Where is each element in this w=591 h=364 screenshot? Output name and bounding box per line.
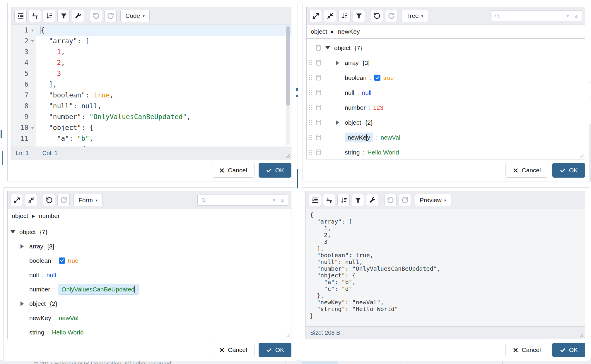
search-prev-icon[interactable]: ▲ — [574, 13, 579, 18]
drag-handle-icon[interactable] — [308, 149, 315, 155]
node-name[interactable]: array — [345, 59, 359, 66]
drag-handle-icon[interactable] — [308, 134, 315, 140]
mode-switcher-button[interactable]: Code ▾ — [120, 10, 150, 22]
expand-node-icon[interactable] — [21, 301, 29, 306]
expand-node-icon[interactable] — [336, 120, 345, 125]
drag-handle-icon[interactable] — [308, 119, 315, 126]
node-value[interactable]: null — [362, 89, 372, 96]
undo-icon[interactable] — [371, 10, 383, 22]
compact-icon[interactable] — [323, 194, 335, 206]
search-input[interactable] — [209, 197, 269, 204]
background-fragment — [296, 95, 298, 97]
node-value[interactable]: Hello World — [52, 329, 83, 336]
node-value[interactable]: OnlyValuesCanBeUpdated — [58, 284, 139, 295]
format-icon[interactable] — [14, 10, 27, 22]
scrollbar-thumb[interactable] — [286, 26, 290, 106]
fold-toggle-icon[interactable] — [31, 30, 34, 32]
sort-icon[interactable] — [337, 194, 350, 206]
format-icon[interactable] — [309, 194, 321, 206]
node-value[interactable]: newVal — [381, 134, 400, 141]
node-value[interactable]: 123 — [373, 104, 383, 111]
drag-handle-icon[interactable] — [308, 75, 315, 81]
resize-handle-icon[interactable] — [285, 153, 290, 158]
cancel-button[interactable]: Cancel — [505, 163, 548, 178]
cancel-button[interactable]: Cancel — [212, 163, 254, 178]
resize-handle-icon[interactable] — [579, 153, 584, 158]
mode-switcher-button[interactable]: Preview ▾ — [415, 194, 451, 206]
node-value[interactable]: null — [47, 272, 56, 279]
mode-switcher-button[interactable]: Form ▾ — [74, 194, 103, 206]
fold-toggle-icon[interactable] — [31, 127, 34, 129]
collapse-node-icon[interactable] — [11, 230, 19, 233]
transform-icon[interactable] — [352, 194, 364, 206]
node-value[interactable]: true — [383, 74, 394, 81]
text-cursor — [366, 134, 367, 141]
node-actions-menu-icon[interactable] — [315, 59, 325, 66]
sort-icon[interactable] — [43, 10, 55, 22]
node-name[interactable]: boolean — [345, 74, 367, 81]
node-value[interactable]: true — [68, 257, 78, 264]
repair-icon[interactable] — [366, 194, 378, 206]
node-name[interactable]: object — [345, 119, 361, 126]
resize-handle-icon[interactable] — [579, 333, 584, 338]
search-prev-icon[interactable]: ▲ — [280, 198, 285, 203]
boolean-checkbox[interactable] — [59, 257, 65, 264]
collapse-icon[interactable] — [324, 10, 336, 22]
fold-toggle-icon[interactable] — [31, 40, 34, 42]
ok-button[interactable]: OK — [552, 343, 585, 357]
breadcrumb-root[interactable]: object — [311, 28, 327, 35]
transform-icon[interactable] — [353, 10, 365, 22]
breadcrumb-root[interactable]: object — [12, 212, 28, 219]
expand-node-icon[interactable] — [21, 244, 29, 249]
expand-node-icon[interactable] — [336, 61, 345, 65]
resize-handle-icon[interactable] — [285, 333, 290, 338]
node-actions-menu-icon[interactable] — [315, 119, 325, 126]
code-token: 2 — [57, 59, 61, 66]
node-name[interactable]: string — [345, 149, 360, 156]
expand-icon[interactable] — [310, 10, 322, 22]
ok-button[interactable]: OK — [259, 343, 291, 357]
drag-handle-icon[interactable] — [308, 104, 315, 111]
breadcrumb-current[interactable]: number — [39, 212, 60, 219]
drag-handle-icon[interactable] — [308, 60, 315, 66]
sort-icon[interactable] — [338, 10, 351, 22]
node-actions-menu-icon[interactable] — [315, 44, 325, 51]
search-next-icon[interactable]: ▼ — [565, 13, 570, 18]
code-line-text: ], — [36, 79, 291, 90]
triangle-icon — [11, 230, 15, 233]
search-input[interactable] — [503, 12, 563, 20]
node-actions-menu-icon[interactable] — [315, 74, 325, 81]
node-name[interactable]: null — [345, 89, 354, 96]
dialog-footer: Cancel OK — [7, 339, 291, 357]
vertical-scrollbar[interactable] — [286, 26, 290, 145]
compact-icon[interactable] — [29, 10, 41, 22]
expand-icon[interactable] — [11, 194, 23, 206]
mode-switcher-button[interactable]: Tree ▾ — [401, 10, 428, 22]
jsoneditor-preview: Preview ▾ { "array": [ 1, 2, 3 ], "boole… — [305, 191, 585, 339]
drag-handle-icon[interactable] — [308, 90, 315, 96]
node-name[interactable]: newKey — [345, 133, 373, 142]
check-icon — [560, 167, 566, 174]
ok-button[interactable]: OK — [552, 163, 585, 178]
breadcrumb-current[interactable]: newKey — [338, 28, 360, 35]
repair-icon[interactable] — [72, 10, 84, 22]
node-value[interactable]: newVal — [59, 315, 78, 322]
node-value[interactable]: Hello World — [367, 149, 399, 156]
code-token: , — [61, 59, 65, 66]
undo-icon[interactable] — [43, 194, 55, 206]
node-actions-menu-icon[interactable] — [315, 104, 325, 111]
node-name[interactable]: number — [345, 104, 365, 111]
collapse-node-icon[interactable] — [325, 46, 334, 49]
node-name[interactable]: object — [334, 44, 351, 51]
cancel-button[interactable]: Cancel — [212, 343, 254, 357]
transform-icon[interactable] — [57, 10, 70, 22]
cancel-button[interactable]: Cancel — [505, 343, 548, 357]
node-actions-menu-icon[interactable] — [315, 134, 325, 141]
code-editor-area[interactable]: 1{2 "array": [3 1,4 2,5 36 ],7 "boolean"… — [11, 25, 291, 147]
collapse-icon[interactable] — [25, 194, 37, 206]
boolean-checkbox[interactable] — [374, 75, 380, 81]
search-next-icon[interactable]: ▼ — [271, 198, 276, 203]
node-actions-menu-icon[interactable] — [315, 149, 325, 156]
node-actions-menu-icon[interactable] — [315, 89, 325, 96]
ok-button[interactable]: OK — [259, 163, 291, 178]
